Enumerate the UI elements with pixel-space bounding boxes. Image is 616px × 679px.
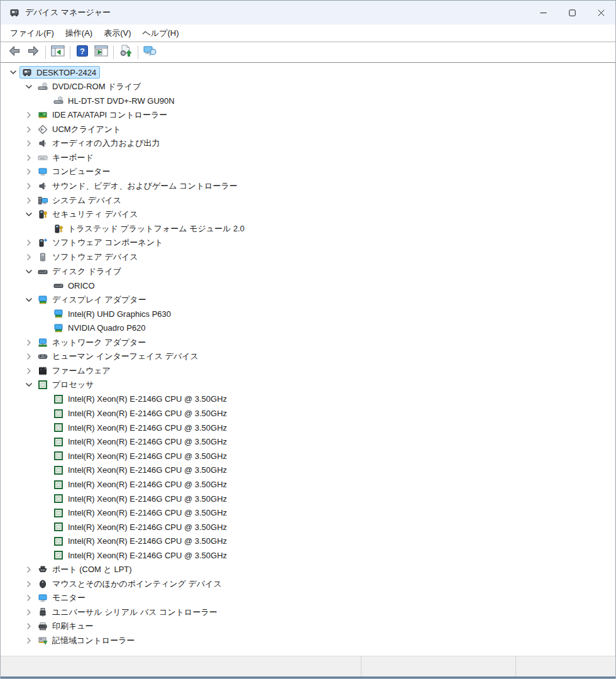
chevron-down-icon[interactable]	[22, 267, 35, 277]
tree-item[interactable]: Intel(R) UHD Graphics P630	[1, 307, 615, 321]
tree-item[interactable]: HL-DT-ST DVD+-RW GU90N	[1, 94, 615, 108]
tree-item[interactable]: Intel(R) Xeon(R) E-2146G CPU @ 3.50GHz	[1, 463, 615, 478]
tree-item[interactable]: 印刷キュー	[1, 619, 615, 634]
tree-item[interactable]: ソフトウェア デバイス	[1, 250, 615, 265]
tree-item[interactable]: オーディオの入力および出力	[1, 136, 615, 151]
processor-icon	[53, 394, 64, 404]
tree-item[interactable]: サウンド、ビデオ、およびゲーム コントローラー	[1, 179, 615, 194]
chevron-down-icon[interactable]	[22, 82, 35, 92]
menu-action[interactable]: 操作(A)	[60, 25, 98, 41]
show-console-tree-button[interactable]	[48, 44, 67, 61]
chevron-right-icon[interactable]	[22, 196, 35, 206]
chevron-none	[38, 465, 51, 475]
tree-item[interactable]: 記憶域コントローラー	[1, 634, 615, 648]
minimize-button[interactable]	[529, 1, 558, 25]
close-button[interactable]	[586, 1, 615, 25]
tree-item[interactable]: DVD/CD-ROM ドライブ	[1, 80, 615, 94]
chevron-down-icon[interactable]	[22, 295, 35, 305]
chevron-right-icon[interactable]	[22, 167, 35, 177]
tree-item[interactable]: モニター	[1, 591, 615, 605]
tree-item[interactable]: ネットワーク アダプター	[1, 335, 615, 350]
chevron-none	[38, 409, 51, 419]
tree-item[interactable]: Intel(R) Xeon(R) E-2146G CPU @ 3.50GHz	[1, 505, 615, 520]
tree-item[interactable]: セキュリティ デバイス	[1, 207, 615, 222]
chevron-right-icon[interactable]	[22, 366, 35, 376]
chevron-none	[38, 309, 51, 319]
tree-item[interactable]: ORICO	[1, 279, 615, 293]
tree-item[interactable]: プロセッサ	[1, 378, 615, 392]
tree-item[interactable]: Intel(R) Xeon(R) E-2146G CPU @ 3.50GHz	[1, 434, 615, 449]
chevron-right-icon[interactable]	[22, 593, 35, 603]
properties-icon	[94, 44, 109, 60]
tree-item[interactable]: Intel(R) Xeon(R) E-2146G CPU @ 3.50GHz	[1, 534, 615, 549]
tree-item[interactable]: システム デバイス	[1, 193, 615, 207]
tree-item-label: マウスとそのほかのポインティング デバイス	[52, 578, 222, 590]
chevron-right-icon[interactable]	[22, 110, 35, 120]
tree-item[interactable]: ユニバーサル シリアル バス コントローラー	[1, 605, 615, 620]
chevron-down-icon[interactable]	[22, 380, 35, 390]
devices-view-button[interactable]	[141, 44, 160, 61]
software-component-icon	[37, 238, 48, 248]
tree-item[interactable]: IDE ATA/ATAPI コントローラー	[1, 108, 615, 123]
tree-item[interactable]: Intel(R) Xeon(R) E-2146G CPU @ 3.50GHz	[1, 406, 615, 421]
tree-item[interactable]: トラステッド プラットフォーム モジュール 2.0	[1, 222, 615, 236]
chevron-down-icon[interactable]	[6, 67, 19, 77]
chevron-right-icon[interactable]	[22, 636, 35, 646]
tree-item-label: サウンド、ビデオ、およびゲーム コントローラー	[52, 180, 238, 192]
processor-icon	[53, 494, 64, 504]
tree-item[interactable]: ディスプレイ アダプター	[1, 293, 615, 307]
chevron-right-icon[interactable]	[22, 153, 35, 163]
chevron-down-icon[interactable]	[22, 209, 35, 219]
scan-hardware-changes-button[interactable]	[116, 44, 135, 61]
chevron-right-icon[interactable]	[22, 181, 35, 191]
menu-view[interactable]: 表示(V)	[98, 25, 136, 41]
chevron-right-icon[interactable]	[22, 238, 35, 248]
tree-item[interactable]: UCMクライアント	[1, 122, 615, 136]
chevron-right-icon[interactable]	[22, 138, 35, 148]
tree-item-label: ポート (COM と LPT)	[52, 564, 132, 575]
help-button[interactable]: ?	[73, 44, 92, 61]
tree-item-label: DESKTOP-2424	[36, 68, 96, 77]
chevron-right-icon[interactable]	[22, 579, 35, 589]
devices-view-icon	[143, 44, 158, 60]
chevron-right-icon[interactable]	[22, 124, 35, 135]
tree-item[interactable]: Intel(R) Xeon(R) E-2146G CPU @ 3.50GHz	[1, 477, 615, 492]
chevron-right-icon[interactable]	[22, 338, 35, 348]
chevron-right-icon[interactable]	[22, 252, 35, 262]
tree-item-label: DVD/CD-ROM ドライブ	[52, 81, 141, 92]
forward-button[interactable]	[24, 44, 43, 61]
back-button[interactable]	[5, 44, 24, 61]
tree-item[interactable]: Intel(R) Xeon(R) E-2146G CPU @ 3.50GHz	[1, 449, 615, 463]
tree-item[interactable]: NVIDIA Quadro P620	[1, 321, 615, 336]
chevron-right-icon[interactable]	[22, 565, 35, 575]
menu-help[interactable]: ヘルプ(H)	[137, 25, 185, 41]
tree-item[interactable]: ソフトウェア コンポーネント	[1, 236, 615, 250]
chevron-right-icon[interactable]	[22, 607, 35, 617]
tree-item[interactable]: Intel(R) Xeon(R) E-2146G CPU @ 3.50GHz	[1, 548, 615, 563]
tree-item[interactable]: Intel(R) Xeon(R) E-2146G CPU @ 3.50GHz	[1, 421, 615, 435]
tree-item[interactable]: ヒューマン インターフェイス デバイス	[1, 350, 615, 364]
chevron-right-icon[interactable]	[22, 351, 35, 362]
tree-item[interactable]: コンピューター	[1, 165, 615, 179]
tree-item[interactable]: Intel(R) Xeon(R) E-2146G CPU @ 3.50GHz	[1, 520, 615, 534]
maximize-button[interactable]	[558, 1, 586, 25]
tree-item[interactable]: ファームウェア	[1, 363, 615, 378]
tree-item[interactable]: キーボード	[1, 151, 615, 165]
properties-button[interactable]	[92, 44, 111, 61]
tree-item[interactable]: ディスク ドライブ	[1, 264, 615, 279]
toolbar-separator	[113, 46, 114, 59]
tree-item[interactable]: Intel(R) Xeon(R) E-2146G CPU @ 3.50GHz	[1, 492, 615, 506]
processor-icon	[53, 451, 64, 461]
tree-item[interactable]: マウスとそのほかのポインティング デバイス	[1, 577, 615, 591]
tree-item-label: ヒューマン インターフェイス デバイス	[52, 351, 199, 362]
tree-item[interactable]: ポート (COM と LPT)	[1, 563, 615, 577]
forward-icon	[26, 44, 40, 60]
tree-item-label: Intel(R) Xeon(R) E-2146G CPU @ 3.50GHz	[68, 437, 227, 446]
tree-item[interactable]: Intel(R) Xeon(R) E-2146G CPU @ 3.50GHz	[1, 392, 615, 407]
tree-item[interactable]: DESKTOP-2424	[1, 65, 615, 80]
window-controls	[529, 1, 615, 25]
menu-file[interactable]: ファイル(F)	[4, 25, 60, 41]
tree-item-label: オーディオの入力および出力	[52, 138, 160, 149]
tree-item-label: Intel(R) Xeon(R) E-2146G CPU @ 3.50GHz	[68, 522, 227, 532]
chevron-right-icon[interactable]	[22, 621, 35, 631]
